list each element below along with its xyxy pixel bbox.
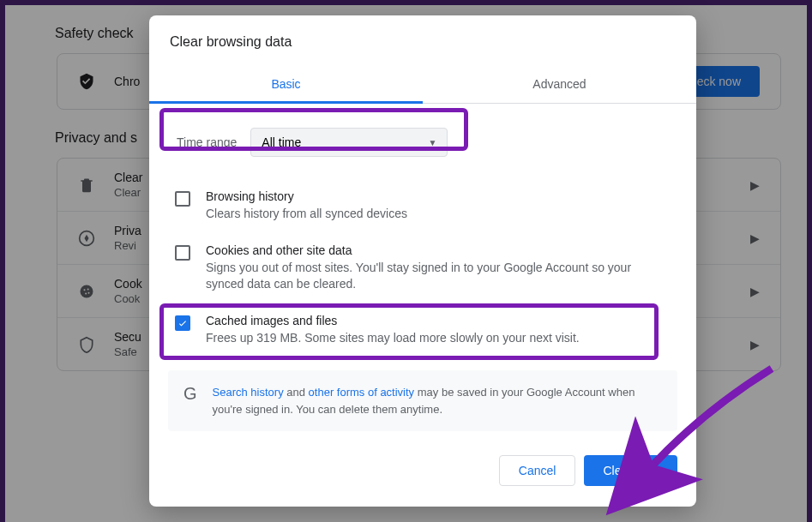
tab-advanced[interactable]: Advanced bbox=[423, 67, 696, 103]
cancel-button[interactable]: Cancel bbox=[499, 455, 576, 486]
time-range-select[interactable]: All time ▼ bbox=[250, 128, 448, 157]
time-range-row: Time range All time ▼ bbox=[168, 119, 677, 165]
item-sub: Signs you out of most sites. You'll stay… bbox=[206, 260, 671, 293]
item-title: Cached images and files bbox=[206, 314, 580, 327]
item-sub: Clears history from all synced devices bbox=[206, 206, 407, 223]
clear-browsing-data-dialog: Clear browsing data Basic Advanced Time … bbox=[149, 15, 696, 507]
tab-basic[interactable]: Basic bbox=[149, 67, 423, 104]
clear-data-button[interactable]: Clear data bbox=[584, 455, 677, 486]
checkmark-icon bbox=[177, 318, 188, 328]
cookies-item: Cookies and other site data Signs you ou… bbox=[149, 235, 696, 305]
info-text: Search history and other forms of activi… bbox=[213, 384, 662, 417]
chevron-down-icon: ▼ bbox=[428, 138, 436, 147]
search-history-link[interactable]: Search history bbox=[213, 386, 284, 399]
item-title: Cookies and other site data bbox=[206, 243, 671, 257]
browsing-history-item: Browsing history Clears history from all… bbox=[149, 181, 696, 235]
cached-files-item: Cached images and files Frees up 319 MB.… bbox=[149, 305, 696, 359]
cached-files-checkbox[interactable] bbox=[175, 315, 190, 331]
dialog-tabs: Basic Advanced bbox=[149, 67, 696, 104]
dialog-actions: Cancel Clear data bbox=[149, 431, 696, 489]
other-activity-link[interactable]: other forms of activity bbox=[309, 386, 415, 399]
google-account-info: G Search history and other forms of acti… bbox=[168, 370, 677, 431]
browsing-history-checkbox[interactable] bbox=[175, 191, 190, 207]
google-g-icon: G bbox=[183, 384, 197, 404]
time-range-value: All time bbox=[262, 135, 301, 149]
item-sub: Frees up 319 MB. Some sites may load mor… bbox=[206, 330, 580, 347]
time-range-label: Time range bbox=[177, 135, 237, 149]
item-title: Browsing history bbox=[206, 189, 407, 203]
cookies-checkbox[interactable] bbox=[175, 245, 190, 261]
dialog-title: Clear browsing data bbox=[149, 15, 696, 67]
